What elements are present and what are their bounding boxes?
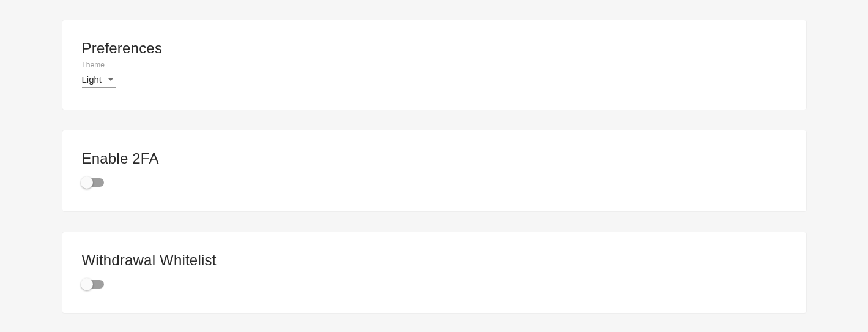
settings-container: Preferences Theme Light Enable 2FA Withd…: [62, 20, 807, 314]
enable-2fa-toggle[interactable]: [82, 178, 104, 187]
enable-2fa-card: Enable 2FA: [62, 130, 807, 212]
chevron-down-icon: [108, 78, 114, 81]
toggle-thumb: [81, 176, 93, 189]
theme-select[interactable]: Light: [82, 72, 116, 88]
withdrawal-whitelist-toggle-wrap: [82, 280, 787, 291]
preferences-title: Preferences: [82, 40, 787, 57]
enable-2fa-title: Enable 2FA: [82, 150, 787, 167]
withdrawal-whitelist-title: Withdrawal Whitelist: [82, 252, 787, 269]
theme-select-value: Light: [82, 74, 102, 85]
withdrawal-whitelist-toggle[interactable]: [82, 280, 104, 289]
toggle-thumb: [81, 278, 93, 290]
withdrawal-whitelist-card: Withdrawal Whitelist: [62, 232, 807, 314]
theme-field-label: Theme: [82, 61, 787, 69]
preferences-card: Preferences Theme Light: [62, 20, 807, 110]
enable-2fa-toggle-wrap: [82, 178, 787, 189]
